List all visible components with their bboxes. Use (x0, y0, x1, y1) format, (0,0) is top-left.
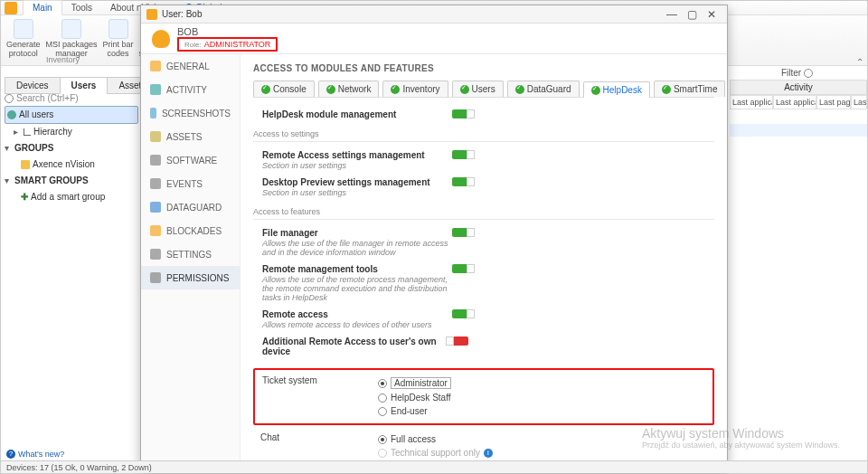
label: Add a smart group (31, 190, 105, 204)
chat-opt-full[interactable]: Full access (378, 432, 493, 446)
gear-icon (150, 249, 161, 260)
label: HelpDesk (603, 85, 642, 95)
dialog-main: ACCESS TO MODULES AND FEATURES Console N… (241, 54, 727, 465)
grid-row-selected[interactable] (730, 124, 867, 137)
toggle-ra-settings[interactable] (452, 150, 468, 159)
radio-icon[interactable] (378, 435, 387, 444)
node-add-smart[interactable]: ✚Add a smart group (5, 189, 138, 205)
row-file-manager: File managerAllows the use of the file m… (253, 225, 714, 261)
col-last-app[interactable]: Last application (730, 95, 773, 109)
ticket-opt-staff[interactable]: HelpDesk Staff (378, 391, 451, 404)
expander-icon[interactable]: ▾ (5, 174, 12, 188)
tab-users[interactable]: Users (60, 77, 108, 94)
minimize-button[interactable]: — (662, 8, 682, 21)
col-last-app-title[interactable]: Last application tit (773, 95, 816, 109)
toggle-dp-settings[interactable] (452, 177, 468, 186)
label: Print bar codes (103, 41, 134, 59)
node-hierarchy[interactable]: ▸Hierarchy (5, 124, 138, 140)
close-button[interactable]: ✕ (702, 8, 722, 21)
mtab-helpdesk[interactable]: HelpDesk (583, 81, 650, 98)
label: Remote access (262, 309, 452, 319)
ticket-opt-enduser[interactable]: End-user (378, 404, 451, 418)
toggle-additional-ra[interactable] (452, 337, 468, 346)
btn-generate-protocol[interactable]: Generate protocol (6, 19, 41, 59)
mtab-users[interactable]: Users (452, 81, 504, 97)
label: Full access (391, 434, 436, 444)
side-general[interactable]: GENERAL (141, 54, 240, 78)
label: SMART GROUPS (14, 174, 89, 188)
label: End-user (391, 406, 428, 416)
warning-icon (150, 225, 161, 236)
tab-devices[interactable]: Devices (5, 77, 61, 94)
btn-print-barcodes[interactable]: Print bar codes (103, 19, 134, 59)
mtab-console[interactable]: Console (253, 81, 315, 97)
btn-msi-manager[interactable]: MSI packages manager (46, 19, 98, 59)
key-icon (150, 272, 161, 283)
label: BLOCKADES (166, 226, 222, 236)
radio-icon[interactable] (378, 407, 387, 416)
search-placeholder: Search (Ctrl+F) (16, 93, 79, 103)
label: SOFTWARE (166, 156, 217, 166)
col-last[interactable]: Last (851, 95, 867, 109)
toggle-remote-mgmt[interactable] (452, 264, 468, 273)
side-screenshots[interactable]: SCREENSHOTS (141, 101, 240, 125)
side-settings[interactable]: SETTINGS (141, 242, 240, 266)
toggle-remote-access[interactable] (452, 309, 468, 318)
label: What's new? (18, 450, 64, 459)
dialog-title: User: Bob (162, 9, 202, 19)
label: ACTIVITY (166, 85, 207, 95)
wm-line1: Aktywuj system Windows (642, 426, 840, 441)
user-name: BOB (177, 26, 278, 37)
side-blockades[interactable]: BLOCKADES (141, 219, 240, 242)
side-software[interactable]: SOFTWARE (141, 148, 240, 172)
chat-opt-tech: Technical support only i (378, 446, 493, 460)
app-icon (146, 9, 157, 20)
radio-icon[interactable] (378, 379, 387, 388)
expander-icon[interactable]: ▾ (5, 141, 12, 156)
toggle-file-manager[interactable] (452, 228, 468, 237)
mtab-network[interactable]: Network (318, 81, 380, 97)
ribbon-tab-main[interactable]: Main (23, 0, 62, 15)
label: Generate protocol (6, 41, 41, 59)
activity-header: Activity (730, 80, 867, 95)
label: Technical support only (391, 448, 480, 458)
col-last-url[interactable]: Last page URL (816, 95, 851, 109)
ribbon-tab-tools[interactable]: Tools (62, 1, 101, 14)
info-icon[interactable]: i (484, 449, 493, 458)
label: File manager (262, 228, 452, 238)
expander-icon[interactable]: ▸ (14, 125, 21, 139)
mtab-dataguard[interactable]: DataGuard (507, 81, 580, 97)
label: Administrator (391, 377, 451, 389)
ticket-opt-admin[interactable]: Administrator (378, 375, 451, 391)
maximize-button[interactable]: ▢ (682, 8, 702, 21)
filter-row[interactable]: Filter (730, 66, 867, 80)
whats-new-link[interactable]: ?What's new? (6, 450, 64, 459)
label: DATAGUARD (166, 203, 222, 213)
side-activity[interactable]: ACTIVITY (141, 78, 240, 101)
tree-search[interactable]: Search (Ctrl+F) (5, 93, 131, 103)
node-axence[interactable]: Axence nVision (5, 156, 138, 173)
node-groups[interactable]: ▾GROUPS (5, 140, 138, 156)
wm-line2: Przejdź do ustawień, aby aktywować syste… (642, 441, 840, 450)
toggle-hd-mgmt[interactable] (452, 109, 468, 118)
node-smart-groups[interactable]: ▾SMART GROUPS (5, 173, 138, 189)
help-icon: ? (6, 450, 15, 459)
mtab-inventory[interactable]: Inventory (382, 81, 448, 97)
assets-icon (150, 131, 161, 142)
filter-label: Filter (781, 68, 801, 78)
check-icon (515, 85, 524, 94)
side-events[interactable]: EVENTS (141, 172, 240, 195)
row-remote-access: Remote accessAllows remote access to dev… (253, 307, 714, 334)
mtab-smarttime[interactable]: SmartTime (654, 81, 726, 97)
radio-icon[interactable] (378, 393, 387, 403)
desc: Allows the use of the remote process man… (262, 275, 452, 302)
package-icon (61, 19, 81, 39)
node-all-users[interactable]: All users (5, 106, 138, 124)
side-assets[interactable]: ASSETS (141, 125, 240, 148)
app-icon (5, 2, 17, 14)
side-permissions[interactable]: PERMISSIONS (141, 266, 240, 289)
dialog-sidebar: GENERAL ACTIVITY SCREENSHOTS ASSETS SOFT… (141, 54, 241, 465)
label: Network (338, 84, 372, 94)
side-dataguard[interactable]: DATAGUARD (141, 195, 240, 219)
column-headers: Last application Last application tit La… (730, 95, 867, 109)
